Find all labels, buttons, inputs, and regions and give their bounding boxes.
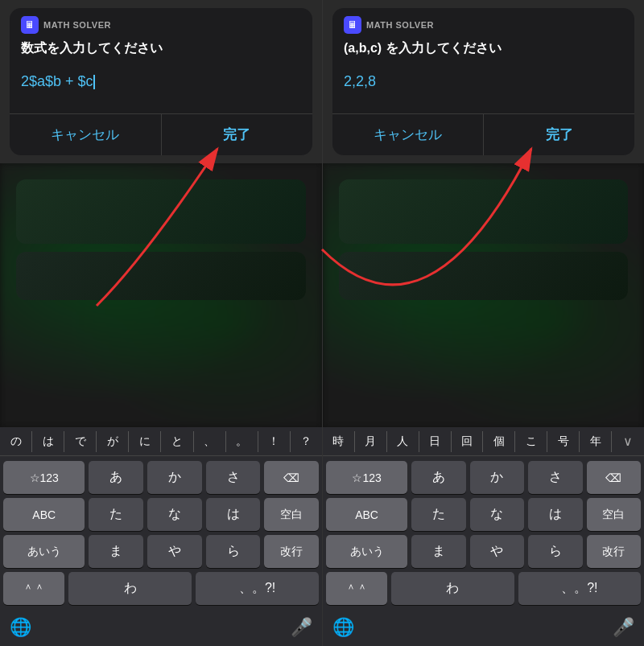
right-key-row-4: ＾＾ わ 、。?! bbox=[326, 572, 641, 605]
right-key-abc[interactable]: ABC bbox=[326, 498, 407, 531]
left-suggestion-7[interactable]: 。 bbox=[226, 431, 258, 452]
left-keyboard-rows: ☆123 あ か さ ⌫ ABC た な は 空白 あいう ま や ら 改行 bbox=[0, 456, 322, 612]
right-key-a[interactable]: あ bbox=[411, 461, 465, 494]
left-cursor bbox=[93, 75, 95, 89]
right-input-text: 2,2,8 bbox=[344, 73, 376, 89]
left-key-enter[interactable]: 改行 bbox=[264, 535, 319, 568]
left-bg-card1 bbox=[16, 179, 306, 244]
right-panel: 🖩 MATH SOLVER (a,b,c) を入力してください 2,2,8 キャ… bbox=[322, 0, 644, 646]
right-suggestion-2[interactable]: 人 bbox=[387, 431, 419, 452]
left-dialog-input: 2$a$b + $c bbox=[10, 65, 312, 113]
left-cancel-button[interactable]: キャンセル bbox=[10, 114, 162, 155]
left-key-a[interactable]: あ bbox=[89, 461, 143, 494]
right-bg-card2 bbox=[339, 252, 628, 300]
left-key-sa[interactable]: さ bbox=[206, 461, 261, 494]
right-keyboard: 時 月 人 日 回 個 こ 号 年 ∨ ☆123 あ か さ ⌫ ABC た な bbox=[323, 427, 644, 646]
right-key-hat[interactable]: ＾＾ bbox=[326, 572, 387, 605]
right-app-name: MATH SOLVER bbox=[366, 20, 434, 30]
right-key-ra[interactable]: ら bbox=[528, 535, 582, 568]
left-suggestion-3[interactable]: が bbox=[97, 431, 129, 452]
left-suggestion-1[interactable]: は bbox=[32, 431, 64, 452]
right-confirm-button[interactable]: 完了 bbox=[484, 114, 634, 155]
left-suggestion-9[interactable]: ？ bbox=[291, 431, 322, 452]
left-confirm-button[interactable]: 完了 bbox=[162, 114, 313, 155]
right-dialog-box: 🖩 MATH SOLVER (a,b,c) を入力してください 2,2,8 キャ… bbox=[332, 8, 634, 155]
right-app-icon: 🖩 bbox=[344, 16, 361, 34]
right-suggestion-6[interactable]: こ bbox=[515, 431, 547, 452]
left-dialog-area: 🖩 MATH SOLVER 数式を入力してください 2$a$b + $c キャン… bbox=[0, 0, 322, 163]
left-suggestion-6[interactable]: 、 bbox=[194, 431, 226, 452]
left-key-del[interactable]: ⌫ bbox=[264, 461, 319, 494]
left-key-row-4: ＾＾ わ 、。?! bbox=[3, 572, 319, 605]
right-mic-icon[interactable]: 🎤 bbox=[613, 617, 634, 638]
left-key-ka[interactable]: か bbox=[147, 461, 202, 494]
left-key-abc[interactable]: ABC bbox=[3, 498, 85, 531]
left-key-wa[interactable]: わ bbox=[68, 572, 192, 605]
left-panel: 🖩 MATH SOLVER 数式を入力してください 2$a$b + $c キャン… bbox=[0, 0, 322, 646]
right-key-sa[interactable]: さ bbox=[528, 461, 582, 494]
left-key-space[interactable]: 空白 bbox=[264, 498, 319, 531]
left-suggestions-row: の は で が に と 、 。 ！ ？ bbox=[0, 427, 322, 456]
right-key-na[interactable]: な bbox=[470, 498, 524, 531]
right-dialog-input: 2,2,8 bbox=[332, 65, 634, 113]
left-key-hat[interactable]: ＾＾ bbox=[3, 572, 64, 605]
right-key-enter[interactable]: 改行 bbox=[587, 535, 641, 568]
right-suggestion-1[interactable]: 月 bbox=[355, 431, 387, 452]
left-suggestion-8[interactable]: ！ bbox=[258, 431, 291, 452]
left-mic-icon[interactable]: 🎤 bbox=[291, 617, 312, 638]
right-suggestion-3[interactable]: 日 bbox=[419, 431, 452, 452]
right-key-row-2: ABC た な は 空白 bbox=[326, 498, 641, 531]
right-expand-icon[interactable]: ∨ bbox=[612, 430, 644, 452]
left-key-ra[interactable]: ら bbox=[206, 535, 261, 568]
right-dialog-buttons: キャンセル 完了 bbox=[332, 113, 634, 155]
right-bg-content bbox=[323, 163, 644, 427]
left-suggestion-5[interactable]: と bbox=[161, 431, 193, 452]
right-suggestion-8[interactable]: 年 bbox=[580, 431, 612, 452]
left-key-ya[interactable]: や bbox=[147, 535, 202, 568]
left-key-row-3: あいう ま や ら 改行 bbox=[3, 535, 319, 568]
right-keyboard-bottom: 🌐 🎤 bbox=[323, 612, 644, 646]
left-dialog-prompt: 数式を入力してください bbox=[10, 39, 312, 65]
right-key-ya[interactable]: や bbox=[470, 535, 524, 568]
right-key-num[interactable]: ☆123 bbox=[326, 461, 407, 494]
left-suggestion-2[interactable]: で bbox=[64, 431, 97, 452]
left-app-header: 🖩 MATH SOLVER bbox=[10, 8, 312, 39]
left-globe-icon[interactable]: 🌐 bbox=[10, 617, 31, 638]
left-keyboard: の は で が に と 、 。 ！ ？ ☆123 あ か さ ⌫ ABC た な bbox=[0, 427, 322, 646]
left-suggestion-4[interactable]: に bbox=[129, 431, 161, 452]
left-key-aiu[interactable]: あいう bbox=[3, 535, 85, 568]
right-suggestion-4[interactable]: 回 bbox=[452, 431, 484, 452]
right-suggestions-row: 時 月 人 日 回 個 こ 号 年 ∨ bbox=[323, 427, 644, 456]
left-bg-card2 bbox=[16, 252, 306, 300]
left-keyboard-bottom: 🌐 🎤 bbox=[0, 612, 322, 646]
right-key-del[interactable]: ⌫ bbox=[587, 461, 641, 494]
right-key-wa[interactable]: わ bbox=[391, 572, 514, 605]
left-key-ta[interactable]: た bbox=[89, 498, 143, 531]
left-bg-content bbox=[0, 163, 322, 427]
left-key-row-2: ABC た な は 空白 bbox=[3, 498, 319, 531]
left-key-ma[interactable]: ま bbox=[89, 535, 143, 568]
right-key-punct[interactable]: 、。?! bbox=[518, 572, 641, 605]
right-suggestion-0[interactable]: 時 bbox=[323, 431, 355, 452]
left-dialog-buttons: キャンセル 完了 bbox=[10, 113, 312, 155]
right-key-ta[interactable]: た bbox=[411, 498, 465, 531]
left-key-num[interactable]: ☆123 bbox=[3, 461, 85, 494]
right-key-aiu[interactable]: あいう bbox=[326, 535, 407, 568]
left-suggestion-0[interactable]: の bbox=[0, 431, 32, 452]
right-key-ma[interactable]: ま bbox=[411, 535, 465, 568]
right-suggestion-7[interactable]: 号 bbox=[547, 431, 580, 452]
left-key-ha[interactable]: は bbox=[206, 498, 261, 531]
right-dialog-prompt: (a,b,c) を入力してください bbox=[332, 39, 634, 65]
left-app-name: MATH SOLVER bbox=[43, 20, 111, 30]
right-cancel-button[interactable]: キャンセル bbox=[332, 114, 484, 155]
right-bg-card1 bbox=[339, 179, 628, 244]
right-globe-icon[interactable]: 🌐 bbox=[332, 617, 354, 638]
right-app-header: 🖩 MATH SOLVER bbox=[332, 8, 634, 39]
left-key-punct[interactable]: 、。?! bbox=[196, 572, 319, 605]
right-key-ka[interactable]: か bbox=[470, 461, 524, 494]
left-dialog-box: 🖩 MATH SOLVER 数式を入力してください 2$a$b + $c キャン… bbox=[10, 8, 312, 155]
right-key-ha[interactable]: は bbox=[528, 498, 582, 531]
right-suggestion-5[interactable]: 個 bbox=[483, 431, 515, 452]
left-key-na[interactable]: な bbox=[147, 498, 202, 531]
right-key-space[interactable]: 空白 bbox=[587, 498, 641, 531]
